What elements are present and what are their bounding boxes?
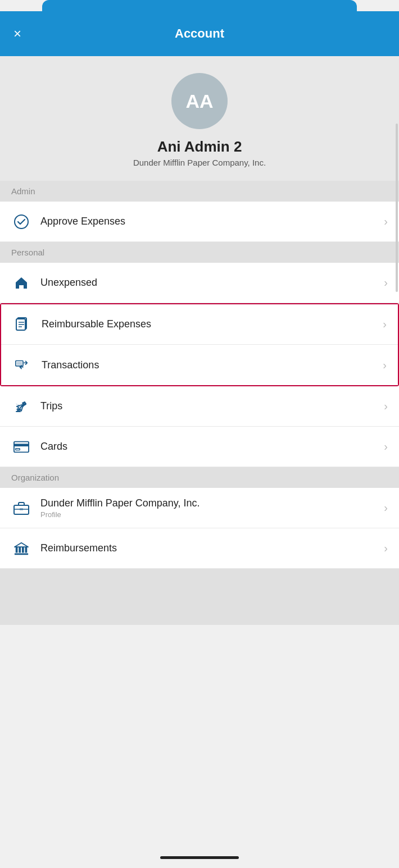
menu-item-approve-expenses[interactable]: Approve Expenses › (0, 202, 399, 242)
menu-item-reimbursements[interactable]: Reimbursements › (0, 528, 399, 569)
card-icon (11, 437, 31, 457)
unexpensed-label: Unexpensed (40, 277, 384, 289)
svg-rect-14 (16, 448, 20, 450)
menu-item-company-profile[interactable]: Dunder Mifflin Paper Company, Inc. Profi… (0, 488, 399, 528)
home-icon (11, 273, 31, 293)
home-indicator (160, 856, 239, 859)
svg-rect-20 (19, 547, 21, 552)
chevron-icon: › (384, 542, 388, 555)
bank-icon (11, 538, 31, 559)
header: × Account (0, 11, 399, 56)
profile-section: AA Ani Admin 2 Dunder Mifflin Paper Comp… (0, 56, 399, 181)
approve-expenses-label: Approve Expenses (40, 216, 384, 227)
document-icon (12, 314, 33, 335)
reimbursable-expenses-label: Reimbursable Expenses (42, 318, 383, 330)
svg-rect-21 (22, 547, 24, 552)
svg-rect-23 (15, 553, 28, 555)
section-header-admin: Admin (0, 181, 399, 202)
menu-item-reimbursable-expenses[interactable]: Reimbursable Expenses › (1, 304, 398, 345)
profile-name: Ani Admin 2 (157, 138, 242, 156)
svg-point-0 (15, 215, 28, 229)
chevron-icon: › (384, 400, 388, 413)
section-header-organization: Organization (0, 467, 399, 488)
trips-label: Trips (40, 400, 384, 412)
avatar-initials: AA (185, 90, 213, 112)
chevron-icon: › (384, 276, 388, 289)
section-header-personal: Personal (0, 242, 399, 263)
svg-rect-12 (14, 441, 29, 452)
menu-item-transactions[interactable]: Transactions › (1, 345, 398, 385)
svg-marker-18 (15, 542, 28, 546)
company-name-label: Dunder Mifflin Paper Company, Inc. (40, 497, 384, 509)
transactions-icon (12, 355, 33, 375)
svg-rect-19 (16, 547, 18, 552)
menu-item-trips[interactable]: Trips › (0, 386, 399, 427)
check-circle-icon (11, 212, 31, 232)
close-button[interactable]: × (13, 26, 21, 42)
highlight-box: Reimbursable Expenses › Transactions › (0, 303, 399, 386)
cards-label: Cards (40, 441, 384, 453)
svg-rect-10 (17, 362, 22, 365)
chevron-icon: › (384, 501, 388, 514)
chevron-icon: › (383, 318, 387, 331)
profile-company: Dunder Mifflin Paper Company, Inc. (133, 158, 266, 167)
svg-rect-22 (25, 547, 28, 552)
scrollbar[interactable] (396, 124, 398, 292)
transactions-label: Transactions (42, 359, 383, 371)
chevron-icon: › (384, 215, 388, 228)
header-title: Account (175, 26, 224, 41)
reimbursements-label: Reimbursements (40, 542, 384, 554)
avatar: AA (171, 73, 228, 129)
svg-rect-13 (14, 444, 29, 446)
menu-item-unexpensed[interactable]: Unexpensed › (0, 263, 399, 303)
chevron-icon: › (384, 440, 388, 453)
svg-rect-17 (20, 508, 23, 510)
airplane-icon (11, 396, 31, 417)
bottom-spacer (0, 569, 399, 625)
company-profile-labels: Dunder Mifflin Paper Company, Inc. Profi… (40, 497, 384, 519)
profile-sub-label: Profile (40, 510, 384, 519)
briefcase-icon (11, 498, 31, 518)
menu-item-cards[interactable]: Cards › (0, 427, 399, 467)
chevron-icon: › (383, 359, 387, 372)
